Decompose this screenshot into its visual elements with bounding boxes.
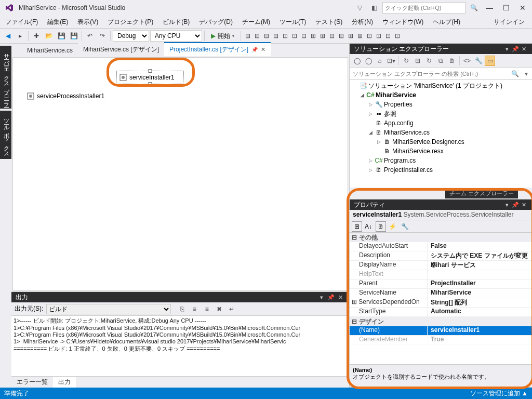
se-code-icon[interactable]: <> (462, 56, 472, 66)
se-pin-icon[interactable]: 📌 (511, 46, 520, 52)
se-preview-icon[interactable]: ▭ (485, 56, 495, 66)
align-btn-1[interactable]: ⊟ (243, 30, 252, 42)
se-close-icon[interactable]: ✕ (520, 46, 528, 52)
server-explorer-tab[interactable]: サーバー エクスプローラー (0, 46, 11, 109)
menu-tools[interactable]: ツール(T) (275, 17, 310, 28)
output-wrap-icon[interactable]: ↵ (227, 304, 236, 314)
se-dropdown-icon[interactable]: ▾ (503, 46, 511, 52)
se-search-icon[interactable]: 🔍 (509, 70, 521, 77)
prop-prop-icon[interactable]: 🗎 (376, 221, 386, 232)
menu-team[interactable]: チーム(M) (238, 17, 274, 28)
prop-dropdown-icon[interactable]: ▾ (503, 202, 511, 208)
prop-wrench-icon[interactable]: 🔧 (400, 221, 410, 232)
nav-fwd-button[interactable]: ▸ (15, 30, 26, 42)
menu-file[interactable]: ファイル(F) (1, 17, 42, 28)
align-btn-14[interactable]: ⊡ (365, 30, 374, 42)
align-btn-8[interactable]: ⊞ (309, 30, 318, 42)
tab-error-list[interactable]: エラー一覧 (11, 377, 53, 388)
maximize-button[interactable]: ☐ (499, 2, 513, 14)
output-goto-icon[interactable]: ⎘ (177, 304, 187, 314)
start-debug-button[interactable]: ▶開始▾ (207, 30, 238, 42)
output-pin-icon[interactable]: 📌 (326, 294, 336, 301)
feedback-icon[interactable]: ◧ (368, 2, 380, 14)
menu-window[interactable]: ウィンドウ(W) (378, 17, 428, 28)
prop-az-icon[interactable]: A↓ (363, 221, 374, 232)
align-btn-4[interactable]: ⊟ (271, 30, 281, 42)
se-showall-icon[interactable]: ⊟ (413, 56, 423, 66)
menu-project[interactable]: プロジェクト(P) (103, 17, 157, 28)
align-btn-13[interactable]: ⊞ (355, 30, 365, 42)
align-btn-6[interactable]: ⊡ (290, 30, 299, 42)
se-sync-icon[interactable]: ↻ (401, 56, 411, 66)
align-btn-16[interactable]: ⊡ (383, 30, 393, 42)
config-combo[interactable]: Debug (113, 30, 149, 42)
minimize-button[interactable]: — (482, 2, 497, 14)
pin-icon[interactable]: 📌 (251, 47, 258, 52)
tab-output[interactable]: 出力 (53, 377, 76, 388)
doc-tab-2[interactable]: MihariService.cs [デザイン] (78, 43, 164, 56)
nav-back-button[interactable]: ◀ (2, 30, 14, 42)
signin-link[interactable]: サインイン (489, 17, 531, 28)
close-button[interactable]: ✕ (515, 2, 530, 14)
align-btn-17[interactable]: ⊡ (393, 30, 402, 42)
se-back-icon[interactable]: ◯ (352, 56, 362, 66)
prop-events-icon[interactable]: ⚡ (387, 221, 397, 232)
toolbox-tab[interactable]: ツールボックス (0, 111, 11, 159)
output-source-combo[interactable]: ビルド (46, 304, 171, 314)
se-refresh-icon[interactable]: ↻ (424, 56, 434, 66)
align-btn-7[interactable]: ⊡ (299, 30, 309, 42)
save-all-button[interactable]: 💾 (68, 30, 79, 42)
menu-edit[interactable]: 編集(E) (43, 17, 72, 28)
search-icon[interactable]: 🔍 (468, 2, 480, 14)
menu-help[interactable]: ヘルプ(H) (429, 17, 464, 28)
new-project-button[interactable]: ✚ (31, 30, 42, 42)
output-clear-icon[interactable]: ✖ (215, 304, 224, 314)
se-wrench-icon[interactable]: 🔧 (473, 56, 484, 66)
doc-tab-1[interactable]: MihariService.cs (22, 44, 78, 56)
align-btn-12[interactable]: ⊞ (346, 30, 355, 42)
platform-combo[interactable]: Any CPU (150, 30, 202, 42)
designer-surface[interactable]: serviceInstaller1 serviceProcessInstalle… (12, 57, 348, 290)
align-btn-15[interactable]: ⊡ (374, 30, 383, 42)
se-home-icon[interactable]: ⌂ (375, 56, 385, 66)
menu-view[interactable]: 表示(V) (73, 17, 102, 28)
output-close-icon[interactable]: ✕ (336, 294, 345, 301)
redo-button[interactable]: ↷ (97, 30, 108, 42)
properties-object[interactable]: serviceInstaller1 System.ServiceProcess.… (350, 210, 532, 220)
output-prev-icon[interactable]: ≡ (190, 304, 199, 314)
component-serviceinstaller1[interactable]: serviceInstaller1 (116, 71, 184, 84)
se-tree[interactable]: 📑ソリューション 'MihariService' (1 プロジェクト) ◢C#M… (350, 80, 532, 188)
notifications-icon[interactable]: ▽ (353, 2, 366, 14)
open-button[interactable]: 📂 (43, 30, 55, 42)
save-button[interactable]: 💾 (56, 30, 67, 42)
align-btn-2[interactable]: ⊟ (252, 30, 262, 42)
align-btn-3[interactable]: ⊟ (262, 30, 271, 42)
output-text[interactable]: 1>------ ビルド開始: プロジェクト:MihariService, 構成… (11, 316, 349, 376)
align-btn-10[interactable]: ⊟ (327, 30, 337, 42)
output-dropdown-icon[interactable]: ▾ (317, 294, 326, 301)
undo-button[interactable]: ↶ (84, 30, 96, 42)
menu-build[interactable]: ビルド(B) (158, 17, 194, 28)
se-search-dd-icon[interactable]: ▾ (521, 70, 532, 77)
menu-analyze[interactable]: 分析(N) (348, 17, 377, 28)
se-scope-icon[interactable]: ⊡▾ (386, 56, 396, 66)
se-collapse-icon[interactable]: ⧉ (435, 56, 446, 66)
prop-pin-icon[interactable]: 📌 (511, 202, 520, 208)
se-fwd-icon[interactable]: ◯ (363, 56, 374, 66)
prop-cat-icon[interactable]: ⊞ (352, 221, 362, 232)
component-serviceprocessinstaller1[interactable]: serviceProcessInstaller1 (24, 90, 107, 102)
output-next-icon[interactable]: ≡ (202, 304, 211, 314)
quick-launch-input[interactable] (382, 2, 466, 14)
se-search-input[interactable] (350, 71, 509, 77)
se-properties-icon[interactable]: 🗎 (447, 56, 457, 66)
align-btn-5[interactable]: ⊡ (281, 30, 290, 42)
menu-debug[interactable]: デバッグ(D) (195, 17, 237, 28)
prop-close-icon[interactable]: ✕ (520, 202, 528, 208)
se-tab-team[interactable]: チーム エクスプローラー (445, 189, 518, 198)
menu-test[interactable]: テスト(S) (311, 17, 347, 28)
doc-tab-3-active[interactable]: ProjectInstaller.cs [デザイン] 📌 ✕ (164, 42, 271, 56)
close-tab-icon[interactable]: ✕ (261, 46, 265, 53)
status-source-control[interactable]: ソース管理に追加 ▲ (470, 389, 528, 398)
align-btn-11[interactable]: ⊟ (337, 30, 346, 42)
align-btn-9[interactable]: ⊞ (318, 30, 327, 42)
